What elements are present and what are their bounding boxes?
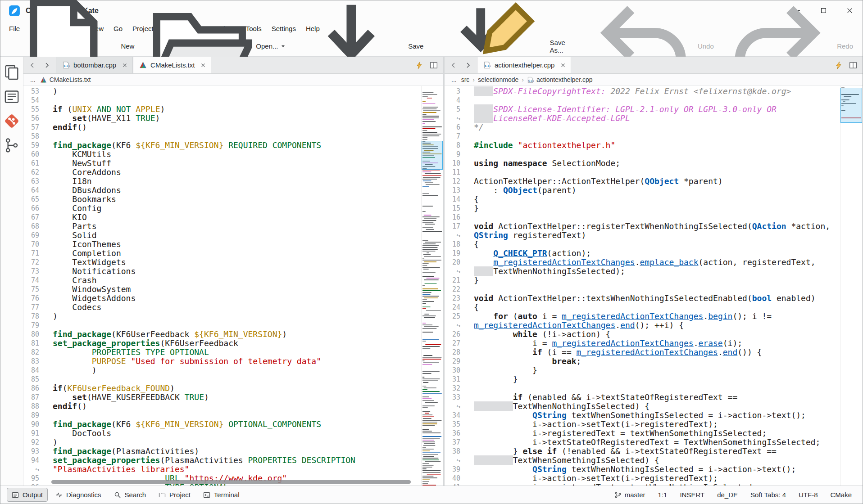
line-number: 21 bbox=[445, 276, 474, 285]
line-number: 57 bbox=[23, 123, 53, 132]
tab-close-icon[interactable] bbox=[200, 62, 206, 68]
code-text: CoreAddons bbox=[53, 168, 421, 177]
line-number: 88 bbox=[23, 402, 53, 411]
code-line: 80find_package(KF6UserFeedback ${KF6_MIN… bbox=[23, 330, 421, 339]
code-line: 88endif() bbox=[23, 402, 421, 411]
tab-bottombar.cpp[interactable]: C++bottombar.cpp bbox=[56, 57, 133, 73]
statusbar-terminal[interactable]: Terminal bbox=[198, 488, 245, 502]
statusbar-dictionary[interactable]: de_DE bbox=[717, 491, 738, 499]
text-editor-actiontexthelper[interactable]: 3 SPDX-FileCopyrightText: 2022 Felix Ern… bbox=[445, 86, 840, 486]
statusbar-encoding[interactable]: UTF-8 bbox=[799, 491, 818, 499]
nav-forward-button[interactable] bbox=[41, 59, 53, 72]
breadcrumb-item-selectionmode[interactable]: selectionmode bbox=[478, 76, 518, 83]
tab-actiontexthelper.cpp[interactable]: C++actiontexthelper.cpp bbox=[477, 57, 571, 73]
split-view-icon[interactable] bbox=[430, 61, 438, 69]
statusbar-terminal-label: Terminal bbox=[214, 491, 240, 499]
symbols-tool-button[interactable] bbox=[3, 137, 21, 154]
line-number: 72 bbox=[23, 258, 53, 267]
code-line: ↪m_registeredActionTextChanges.end(); ++… bbox=[445, 321, 840, 330]
code-line: 71 Completion bbox=[23, 249, 421, 258]
code-text: IconThemes bbox=[53, 240, 421, 249]
line-number: 29 bbox=[445, 357, 474, 366]
nav-back-button[interactable] bbox=[26, 59, 39, 72]
line-number: 84 bbox=[23, 366, 53, 375]
statusbar-project[interactable]: Project bbox=[154, 488, 195, 502]
statusbar-diagnostics[interactable]: Diagnostics bbox=[50, 488, 106, 502]
code-line: 11 bbox=[445, 168, 840, 177]
code-line: 25 for (auto i = m_registeredActionTextC… bbox=[445, 312, 840, 321]
terminal-icon bbox=[203, 491, 210, 499]
code-text: i->action->setText(i->registeredText); bbox=[474, 474, 840, 483]
code-line: 3 SPDX-FileCopyrightText: 2022 Felix Ern… bbox=[445, 87, 840, 96]
line-number: 73 bbox=[23, 267, 53, 276]
statusbar-search[interactable]: Search bbox=[109, 488, 151, 502]
code-text: Solid bbox=[53, 231, 421, 240]
code-text: QString textWhenSomethingIsSelected = i-… bbox=[474, 411, 840, 420]
code-text: while (!i->action) { bbox=[474, 330, 840, 339]
line-number: 9 bbox=[445, 150, 474, 159]
nav-back-button[interactable] bbox=[447, 59, 460, 72]
minimap-right[interactable] bbox=[840, 86, 863, 486]
code-text: */ bbox=[474, 123, 840, 132]
statusbar-input-mode[interactable]: INSERT bbox=[680, 491, 704, 499]
minimap-left[interactable] bbox=[421, 86, 443, 486]
code-line: 14{ bbox=[445, 195, 840, 204]
breadcrumb-item-actiontexthelper.cpp[interactable]: C++actiontexthelper.cpp bbox=[527, 76, 593, 83]
tab-close-icon[interactable] bbox=[122, 62, 128, 68]
code-line: 76 WidgetsAddons bbox=[23, 294, 421, 303]
git-tool-button[interactable] bbox=[3, 112, 21, 130]
editor-left: 53)5455if (UNIX AND NOT APPLE)56 set(HAV… bbox=[23, 86, 443, 486]
new-label: New bbox=[121, 42, 134, 50]
line-number: 34 bbox=[445, 411, 474, 420]
code-text: : QObject(parent) bbox=[474, 186, 840, 195]
code-line: 70 IconThemes bbox=[23, 240, 421, 249]
quick-open-icon[interactable] bbox=[835, 61, 843, 69]
statusbar-cursor-position[interactable]: 1:1 bbox=[658, 491, 668, 499]
code-line: 8#include "actiontexthelper.h" bbox=[445, 141, 840, 150]
horizontal-scrollbar[interactable] bbox=[51, 480, 411, 484]
file-list-tool-button[interactable] bbox=[3, 88, 21, 105]
tab-cmakelists.txt[interactable]: CMakeLists.txt bbox=[133, 57, 211, 73]
code-line: 65 Bookmarks bbox=[23, 195, 421, 204]
line-number: 67 bbox=[23, 213, 53, 222]
tab-close-icon[interactable] bbox=[560, 62, 566, 68]
breadcrumb-label: CMakeLists.txt bbox=[50, 76, 91, 83]
code-text: i = m_registeredActionTextChanges.erase(… bbox=[474, 339, 840, 348]
code-text: Config bbox=[53, 204, 421, 213]
minimap-visible-region[interactable] bbox=[422, 141, 443, 170]
file-list-icon bbox=[3, 88, 21, 106]
breadcrumb-item-cmakelists.txt[interactable]: CMakeLists.txt bbox=[40, 76, 91, 83]
line-number: 75 bbox=[23, 285, 53, 294]
line-number: 35 bbox=[445, 420, 474, 429]
code-line: 15} bbox=[445, 204, 840, 213]
chevron-right-icon bbox=[43, 62, 50, 69]
line-number: 23 bbox=[445, 294, 474, 303]
statusbar-output[interactable]: Output bbox=[7, 488, 48, 502]
statusbar-tab-settings[interactable]: Soft Tabs: 4 bbox=[750, 491, 786, 499]
statusbar-syntax-mode[interactable]: CMake bbox=[830, 491, 852, 499]
chevron-right-icon bbox=[464, 62, 472, 69]
documents-tool-button[interactable] bbox=[3, 64, 21, 81]
diagnostics-icon bbox=[55, 491, 63, 499]
code-text bbox=[53, 96, 421, 105]
statusbar-git-branch[interactable]: master bbox=[614, 491, 645, 499]
text-editor-cmakelists[interactable]: 53)5455if (UNIX AND NOT APPLE)56 set(HAV… bbox=[23, 86, 421, 486]
line-number: 8 bbox=[445, 141, 474, 150]
split-view-icon[interactable] bbox=[849, 61, 857, 69]
breadcrumb-overflow[interactable]: ... bbox=[450, 76, 458, 83]
line-number: 95 bbox=[23, 474, 53, 483]
breadcrumb-overflow[interactable]: ... bbox=[29, 76, 37, 83]
code-line: 83 PURPOSE "Used for submission of telem… bbox=[23, 357, 421, 366]
code-text: ) bbox=[53, 87, 421, 96]
line-number: 69 bbox=[23, 231, 53, 240]
code-text: ) bbox=[53, 312, 421, 321]
code-line: 4 bbox=[445, 96, 840, 105]
minimap-visible-region[interactable] bbox=[840, 88, 862, 123]
code-text bbox=[474, 150, 840, 159]
quick-open-icon[interactable] bbox=[415, 61, 423, 69]
tool-dock bbox=[0, 57, 23, 486]
nav-forward-button[interactable] bbox=[462, 59, 474, 72]
breadcrumb-item-src[interactable]: src bbox=[461, 76, 470, 83]
documents-icon bbox=[3, 63, 21, 81]
code-text: PROPERTIES TYPE OPTIONAL bbox=[53, 348, 421, 357]
